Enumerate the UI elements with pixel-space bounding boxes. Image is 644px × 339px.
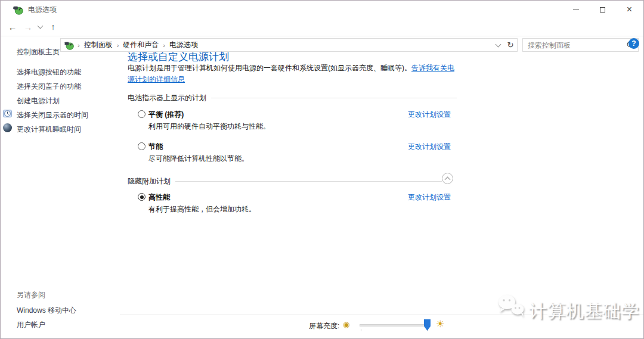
battery-plans-group-header: 电池指示器上显示的计划 — [128, 93, 457, 103]
group-rule — [175, 181, 442, 182]
intro-text: 电源计划是用于管理计算机如何使用电源的一套硬件和系统设置(如显示器亮度、睡眠等)… — [128, 64, 411, 72]
minimize-button[interactable] — [562, 1, 589, 18]
change-plan-settings-link-power-saver[interactable]: 更改计划设置 — [408, 142, 451, 152]
bright-sun-icon: ☀ — [436, 318, 444, 329]
intro-paragraph: 电源计划是用于管理计算机如何使用电源的一套硬件和系统设置(如显示器亮度、睡眠等)… — [128, 63, 459, 85]
recent-pages-dropdown[interactable] — [36, 19, 44, 35]
up-button[interactable]: ↑ — [47, 19, 60, 35]
hidden-plans-group-label: 隐藏附加计划 — [128, 176, 171, 186]
breadcrumb-separator-icon: › — [159, 42, 169, 49]
titlebar: 电源选项 × — [1, 1, 643, 18]
breadcrumb-hardware-sound[interactable]: 硬件和声音 — [122, 40, 159, 50]
page-title: 选择或自定义电源计划 — [128, 50, 229, 64]
address-dropdown[interactable] — [492, 44, 504, 46]
back-button[interactable]: ← — [5, 19, 20, 35]
maximize-button[interactable] — [589, 1, 616, 18]
minimize-icon — [573, 10, 579, 10]
plan-description-balanced: 利用可用的硬件自动平衡功耗与性能。 — [148, 122, 270, 132]
plan-name-balanced[interactable]: 平衡 (推荐) — [148, 110, 184, 120]
breadcrumb-separator-icon: › — [113, 42, 123, 49]
chevron-down-icon — [37, 23, 43, 29]
slider-tick — [361, 329, 361, 331]
radio-balanced-plan[interactable] — [138, 110, 145, 118]
brightness-label: 屏幕亮度: — [309, 321, 339, 331]
sidebar-item-lid-close[interactable]: 选择关闭盖子的功能 — [17, 82, 81, 92]
plan-name-high-performance[interactable]: 高性能 — [148, 192, 170, 203]
refresh-button[interactable]: ↻ — [504, 38, 518, 52]
power-plug-icon — [64, 41, 74, 50]
clock-icon — [3, 109, 12, 118]
help-button[interactable]: ? — [628, 38, 639, 49]
chevron-down-icon — [495, 41, 501, 47]
maximize-icon — [600, 7, 605, 13]
sidebar-item-user-accounts[interactable]: 用户帐户 — [17, 320, 45, 330]
sidebar-item-sleep-time[interactable]: 更改计算机睡眠时间 — [17, 125, 81, 135]
window-title: 电源选项 — [28, 5, 57, 15]
search-input[interactable] — [523, 41, 623, 49]
power-options-window: 电源选项 × ← → ↑ › 控制面板 › 硬件和声音 › 电源选项 — [0, 0, 644, 339]
sidebar-item-create-plan[interactable]: 创建电源计划 — [17, 96, 60, 106]
sidebar-item-display-off-time[interactable]: 选择关闭显示器的时间 — [17, 110, 88, 120]
plan-name-power-saver[interactable]: 节能 — [148, 142, 163, 152]
battery-plans-group-label: 电池指示器上显示的计划 — [128, 93, 206, 103]
breadcrumb-control-panel[interactable]: 控制面板 — [83, 40, 113, 50]
sidebar-item-power-buttons[interactable]: 选择电源按钮的功能 — [17, 67, 81, 77]
address-bar[interactable]: › 控制面板 › 硬件和声音 › 电源选项 — [60, 38, 504, 52]
footer-divider — [120, 315, 643, 315]
watermark: 计算机基础学 — [496, 290, 640, 324]
chevron-up-icon — [445, 176, 451, 182]
sidebar-item-mobility-center[interactable]: Windows 移动中心 — [17, 306, 76, 316]
power-plug-icon — [13, 5, 23, 15]
plan-description-high-performance: 有利于提高性能，但会增加功耗。 — [148, 204, 256, 214]
sidebar-item-control-panel-home[interactable]: 控制面板主页 — [17, 47, 60, 57]
navigation-bar: ← → ↑ › 控制面板 › 硬件和声音 › 电源选项 ↻ — [1, 18, 643, 36]
window-controls: × — [562, 1, 643, 18]
plan-description-power-saver: 尽可能降低计算机性能以节能。 — [148, 154, 249, 164]
close-button[interactable]: × — [616, 1, 643, 18]
change-plan-settings-link-high-performance[interactable]: 更改计划设置 — [408, 192, 451, 203]
group-rule — [211, 98, 457, 98]
close-icon: × — [627, 5, 632, 14]
brightness-slider-track[interactable] — [360, 324, 428, 326]
breadcrumb-power-options[interactable]: 电源选项 — [169, 40, 199, 50]
radio-power-saver-plan[interactable] — [138, 142, 145, 150]
search-box — [522, 38, 639, 52]
sleep-icon — [3, 123, 12, 132]
change-plan-settings-link-balanced[interactable]: 更改计划设置 — [408, 110, 451, 120]
radio-high-performance-plan[interactable] — [138, 193, 145, 201]
hidden-plans-group-header: 隐藏附加计划 — [128, 176, 442, 186]
wechat-icon — [496, 290, 527, 320]
watermark-text: 计算机基础学 — [529, 299, 640, 324]
collapse-hidden-plans-button[interactable] — [442, 173, 453, 184]
see-also-header: 另请参阅 — [17, 290, 45, 300]
dim-sun-icon: ◉ — [343, 320, 349, 329]
brightness-slider-thumb[interactable] — [424, 319, 431, 331]
breadcrumb-separator-icon: › — [74, 42, 83, 49]
forward-button[interactable]: → — [21, 19, 35, 35]
